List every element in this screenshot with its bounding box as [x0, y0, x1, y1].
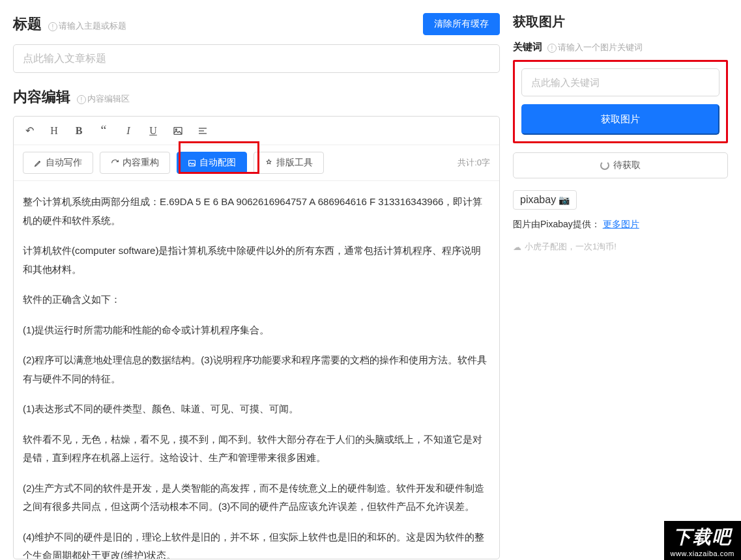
title-section-header: 标题 !请输入主题或标题 清除所有缓存: [13, 13, 500, 35]
content-paragraph: 计算机软件(computer software)是指计算机系统中除硬件以外的所有…: [23, 242, 490, 279]
keyword-input[interactable]: [521, 68, 719, 96]
watermark-url: www.xiazaiba.com: [664, 550, 741, 560]
svg-point-1: [175, 129, 177, 130]
left-panel: 标题 !请输入主题或标题 清除所有缓存 内容编辑 !内容编辑区 ↶ H B “: [13, 13, 500, 560]
watermark-text: 下载吧: [664, 521, 741, 550]
article-title-input[interactable]: [13, 44, 500, 73]
layout-tool-button[interactable]: 排版工具: [254, 152, 324, 174]
word-count: 共计:0字: [458, 157, 490, 169]
content-edit-label: 内容编辑: [13, 89, 70, 105]
quote-icon[interactable]: “: [97, 123, 110, 138]
watermark: 下载吧 www.xiazaiba.com: [664, 521, 741, 560]
restructure-button[interactable]: 内容重构: [100, 152, 170, 174]
content-paragraph: (2)生产方式不同的软件是开发，是人类智能的高发挥，而不是传统意义上的硬件制造。…: [23, 479, 490, 516]
italic-icon[interactable]: I: [122, 125, 135, 137]
content-paragraph: (1)表达形式不同的硬件类型、颜色、味道、可见、可摸、可闻。: [23, 400, 490, 419]
format-toolbar: ↶ H B “ I U: [14, 117, 499, 145]
editor-content-area[interactable]: 整个计算机系统由两部分组成：E.69DA 5 E 6 BA 9062616964…: [14, 181, 499, 559]
fetch-image-button[interactable]: 获取图片: [521, 104, 719, 135]
camera-icon: 📷: [559, 195, 570, 205]
image-icon[interactable]: [171, 125, 184, 137]
info-icon: !: [48, 22, 57, 31]
provider-line: 图片由Pixabay提供： 更多图片: [513, 219, 728, 231]
auto-write-button[interactable]: 自动写作: [23, 152, 93, 174]
content-paragraph: 整个计算机系统由两部分组成：E.69DA 5 E 6 BA 9062616964…: [23, 193, 490, 230]
title-label: 标题: [13, 16, 42, 32]
more-images-link[interactable]: 更多图片: [603, 219, 639, 229]
footer-note: ☁ 小虎子配图，一次1淘币!: [513, 241, 728, 253]
keyword-label: 关键词: [513, 41, 542, 52]
content-paragraph: 软件的正确含义如下：: [23, 290, 490, 309]
content-paragraph: (1)提供运行时所需功能和性能的命令或计算机程序集合。: [23, 321, 490, 340]
info-icon: !: [547, 44, 557, 53]
heading-icon[interactable]: H: [48, 125, 61, 137]
keyword-header: 关键词 !请输入一个图片关键词: [513, 41, 728, 53]
fetch-image-title: 获取图片: [513, 13, 728, 31]
pending-button[interactable]: 待获取: [513, 152, 728, 178]
keyword-hint: !请输入一个图片关键词: [547, 42, 643, 52]
content-paragraph: (4)维护不同的硬件是旧的，理论上软件是旧的，并不坏，但实际上软件也是旧的和坏的…: [23, 528, 490, 559]
keyword-highlight-box: 获取图片: [513, 60, 728, 143]
content-edit-hint: !内容编辑区: [77, 94, 130, 104]
bold-icon[interactable]: B: [72, 125, 85, 137]
pixabay-badge: pixabay 📷: [513, 190, 577, 210]
editor-box: ↶ H B “ I U 自动写作 内: [13, 116, 500, 559]
right-panel: 获取图片 关键词 !请输入一个图片关键词 获取图片 待获取 pixabay 📷 …: [513, 13, 728, 560]
align-left-icon[interactable]: [196, 125, 209, 137]
content-section-header: 内容编辑 !内容编辑区: [13, 87, 500, 107]
content-paragraph: (2)程序可以满意地处理信息的数据结构。(3)说明程序功能要求和程序需要的文档的…: [23, 351, 490, 388]
info-icon: !: [77, 95, 86, 104]
undo-icon[interactable]: ↶: [23, 124, 36, 137]
content-paragraph: 软件看不见，无色，枯燥，看不见，摸不到，闻不到。软件大部分存在于人们的头脑或纸上…: [23, 430, 490, 468]
cloud-icon: ☁: [513, 242, 521, 252]
underline-icon[interactable]: U: [147, 125, 160, 137]
action-toolbar: 自动写作 内容重构 自动配图 排版工具 共计:0字: [14, 145, 499, 181]
clear-cache-button[interactable]: 清除所有缓存: [423, 13, 500, 35]
title-hint: !请输入主题或标题: [48, 21, 126, 31]
spinner-icon: [600, 161, 609, 170]
auto-image-button[interactable]: 自动配图: [177, 152, 247, 174]
